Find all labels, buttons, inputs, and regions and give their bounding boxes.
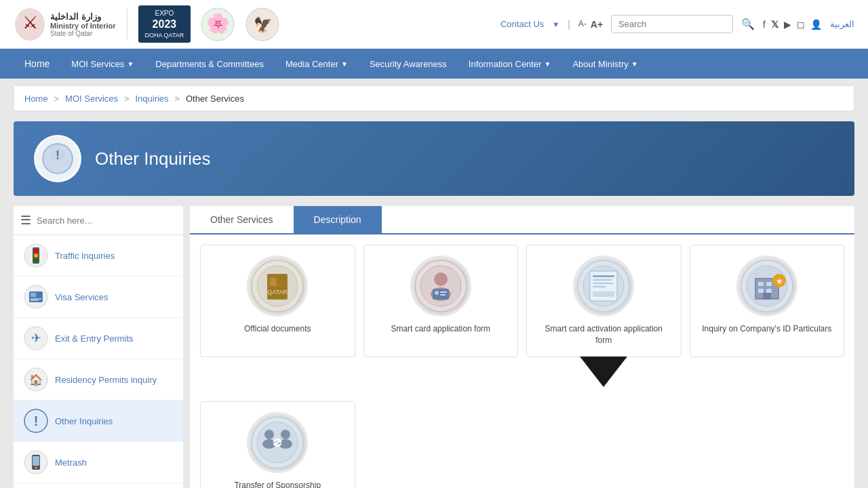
nav-information-center[interactable]: Information Center ▼ [458, 49, 562, 79]
main-navigation: Home MOI Services ▼ Departments & Commit… [0, 49, 868, 79]
font-increase[interactable]: A+ [591, 19, 603, 30]
svg-rect-16 [31, 293, 36, 297]
nav-security-awareness[interactable]: Security Awareness [359, 49, 458, 79]
content-area: Other Services Description QATAR [190, 206, 854, 488]
breadcrumb-moi-services[interactable]: MOI Services [65, 94, 118, 104]
breadcrumb-home[interactable]: Home [24, 94, 48, 104]
nav-media-center[interactable]: Media Center ▼ [275, 49, 359, 79]
nav-about-ministry[interactable]: About Ministry ▼ [561, 49, 648, 79]
svg-text:🌸: 🌸 [206, 12, 230, 35]
sidebar-icon-traffic [24, 243, 48, 268]
sidebar-icon-residency: 🏠 [24, 367, 48, 392]
svg-rect-42 [440, 294, 446, 296]
secondary-logo: 🦅 [245, 7, 280, 42]
sidebar-icon-other-inquiries: ! [24, 409, 48, 433]
service-label-official-docs: Official documents [244, 323, 311, 335]
services-grid: QATAR Official documents [190, 235, 854, 367]
expo-badge: EXPO 2023 DOHA QATAR [138, 5, 191, 43]
sidebar-label-traffic: Traffic Inquiries [55, 251, 115, 261]
page-banner: ! Other Inquiries [14, 121, 854, 196]
svg-text:!: ! [34, 413, 39, 428]
nav-home[interactable]: Home [14, 49, 60, 79]
arabic-language-button[interactable]: العربية [830, 19, 854, 29]
moi-logo: ⚔ [14, 7, 46, 42]
breadcrumb: Home > MOI Services > Inquiries > Other … [14, 85, 854, 111]
service-icon-smartcard-activation [573, 256, 634, 317]
sidebar-item-other-inquiries[interactable]: ! Other Inquiries [14, 401, 183, 442]
svg-text:⚔: ⚔ [22, 12, 38, 33]
header-right: Contact Us ▼ | A- A+ 🔍 f 𝕏 ▶ ◻ 👤 العربية [280, 15, 854, 33]
service-card-smartcard-activation[interactable]: Smart card activation application form [526, 245, 682, 357]
twitter-icon[interactable]: 𝕏 [771, 19, 778, 30]
svg-text:!: ! [56, 148, 60, 162]
tab-description[interactable]: Description [294, 206, 382, 233]
svg-text:✈: ✈ [31, 331, 41, 345]
service-label-smartcard: Smart card application form [391, 323, 490, 335]
svg-point-65 [281, 430, 290, 439]
sidebar-item-visa[interactable]: Visa Services [14, 277, 183, 318]
service-card-company-id[interactable]: ★ Inquiry on Company's ID Particulars [690, 245, 845, 357]
breadcrumb-sep-1: > [54, 94, 60, 104]
svg-text:★: ★ [775, 277, 783, 286]
banner-icon: ! [34, 135, 81, 182]
sidebar-item-residency[interactable]: 🏠 Residency Permits inquiry [14, 359, 183, 401]
svg-rect-49 [593, 286, 606, 287]
svg-rect-50 [593, 291, 614, 297]
breadcrumb-current: Other Services [186, 94, 244, 104]
about-ministry-dropdown-arrow: ▼ [631, 60, 638, 68]
svg-rect-55 [758, 282, 764, 286]
sidebar-menu-icon[interactable]: ☰ [20, 213, 31, 228]
breadcrumb-inquiries[interactable]: Inquiries [135, 94, 168, 104]
svg-text:🏠: 🏠 [29, 373, 43, 386]
breadcrumb-sep-2: > [124, 94, 130, 104]
svg-rect-57 [758, 289, 764, 293]
moi-services-dropdown-arrow: ▼ [127, 60, 134, 68]
service-icon-company-id: ★ [736, 256, 797, 317]
facebook-icon[interactable]: f [763, 19, 766, 30]
service-label-company-id: Inquiry on Company's ID Particulars [702, 323, 831, 335]
svg-point-28 [35, 467, 37, 469]
search-button[interactable]: 🔍 [741, 18, 755, 30]
sidebar-item-exit-entry[interactable]: ✈ Exit & Entry Permits [14, 318, 183, 359]
service-card-official-docs[interactable]: QATAR Official documents [200, 245, 355, 357]
sidebar: ☰ Traffic Inquiries [14, 206, 183, 488]
sidebar-icon-exit-entry: ✈ [24, 326, 48, 350]
font-decrease[interactable]: A- [578, 19, 587, 30]
contact-us-link[interactable]: Contact Us [500, 19, 544, 29]
header: ⚔ وزارة الداخلية Ministry of Interior St… [0, 0, 868, 49]
service-card-smartcard[interactable]: Smart card application form [363, 245, 519, 357]
logo-area: ⚔ وزارة الداخلية Ministry of Interior St… [14, 5, 280, 43]
sidebar-search-input[interactable] [37, 216, 176, 226]
sidebar-search-area: ☰ [14, 206, 183, 235]
sidebar-icon-metrash [24, 450, 48, 474]
sidebar-item-traffic[interactable]: Traffic Inquiries [14, 235, 183, 277]
sidebar-item-metrash[interactable]: Metrash [14, 442, 183, 483]
service-card-transfer[interactable]: Transfer of Sponsorship [200, 401, 355, 488]
font-controls: A- A+ [578, 19, 603, 30]
content-tabs: Other Services Description [190, 206, 854, 235]
breadcrumb-sep-3: > [174, 94, 180, 104]
sidebar-label-metrash: Metrash [55, 458, 87, 468]
svg-point-13 [34, 258, 38, 262]
media-center-dropdown-arrow: ▼ [341, 60, 348, 68]
nav-departments[interactable]: Departments & Committees [144, 49, 275, 79]
logo-text: وزارة الداخلية Ministry of Interior Stat… [50, 12, 116, 37]
search-input[interactable] [611, 15, 733, 33]
svg-rect-48 [593, 283, 613, 284]
service-label-smartcard-activation: Smart card activation application form [537, 323, 671, 346]
svg-rect-56 [766, 282, 772, 286]
svg-point-11 [34, 249, 38, 253]
instagram-icon[interactable]: ◻ [797, 19, 805, 30]
service-icon-transfer [247, 412, 308, 473]
tab-other-services[interactable]: Other Services [190, 206, 294, 233]
svg-rect-47 [593, 279, 612, 281]
svg-rect-27 [33, 456, 39, 466]
nav-moi-services[interactable]: MOI Services ▼ [60, 49, 144, 79]
main-area: ☰ Traffic Inquiries [14, 206, 854, 488]
dropdown-arrow-contact[interactable]: ▼ [552, 20, 559, 28]
youtube-icon[interactable]: ▶ [784, 19, 791, 30]
sidebar-icon-visa [24, 285, 48, 309]
user-icon[interactable]: 👤 [810, 19, 822, 30]
service-icon-official-docs: QATAR [247, 256, 308, 317]
page-title: Other Inquiries [95, 148, 211, 169]
